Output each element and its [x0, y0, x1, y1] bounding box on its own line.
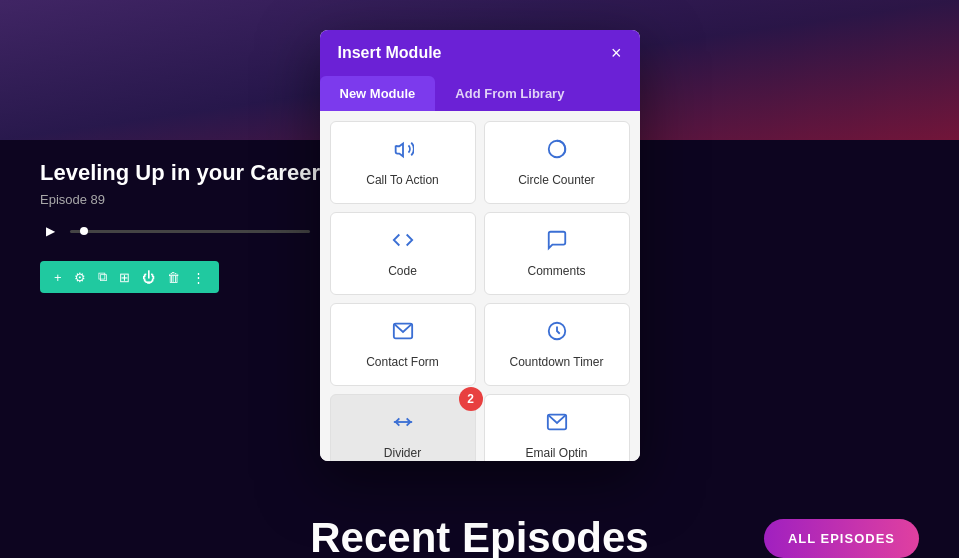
- modal-body: Call To Action Circle Counter: [320, 111, 640, 461]
- module-grid: Call To Action Circle Counter: [330, 121, 630, 461]
- code-icon: [392, 229, 414, 256]
- email-icon: [546, 411, 568, 438]
- module-circle-counter[interactable]: Circle Counter: [484, 121, 630, 204]
- envelope-icon: [392, 320, 414, 347]
- comment-icon: [546, 229, 568, 256]
- module-countdown-timer[interactable]: Countdown Timer: [484, 303, 630, 386]
- module-comments[interactable]: Comments: [484, 212, 630, 295]
- module-label-contact-form: Contact Form: [366, 355, 439, 369]
- modal-overlay: Insert Module × New Module Add From Libr…: [0, 0, 959, 558]
- module-label-comments: Comments: [527, 264, 585, 278]
- megaphone-icon: [392, 138, 414, 165]
- module-label-code: Code: [388, 264, 417, 278]
- module-email-optin[interactable]: Email Optin: [484, 394, 630, 461]
- tab-add-from-library[interactable]: Add From Library: [435, 76, 584, 111]
- module-divider[interactable]: Divider 2: [330, 394, 476, 461]
- module-label-circle-counter: Circle Counter: [518, 173, 595, 187]
- insert-module-modal: Insert Module × New Module Add From Libr…: [320, 30, 640, 461]
- circle-chart-icon: [546, 138, 568, 165]
- module-code[interactable]: Code: [330, 212, 476, 295]
- module-call-to-action[interactable]: Call To Action: [330, 121, 476, 204]
- module-label-call-to-action: Call To Action: [366, 173, 439, 187]
- module-label-countdown-timer: Countdown Timer: [509, 355, 603, 369]
- module-contact-form[interactable]: Contact Form: [330, 303, 476, 386]
- modal-title: Insert Module: [338, 44, 442, 62]
- tab-new-module[interactable]: New Module: [320, 76, 436, 111]
- module-label-divider: Divider: [384, 446, 421, 460]
- modal-tabs: New Module Add From Library: [320, 76, 640, 111]
- module-label-email-optin: Email Optin: [525, 446, 587, 460]
- divider-icon: [392, 411, 414, 438]
- clock-icon: [546, 320, 568, 347]
- modal-close-button[interactable]: ×: [611, 44, 622, 62]
- divider-badge: 2: [459, 387, 483, 411]
- modal-header: Insert Module ×: [320, 30, 640, 76]
